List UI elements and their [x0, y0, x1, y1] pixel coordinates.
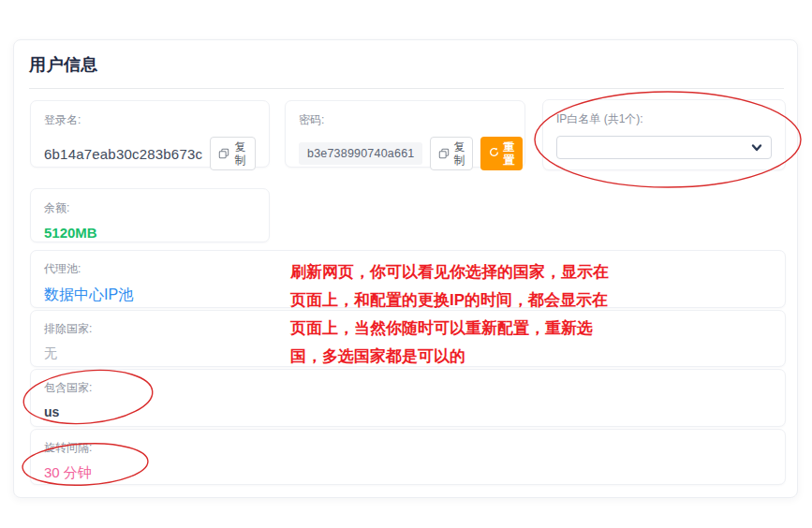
page-title: 用户信息	[29, 53, 98, 76]
reset-password-button[interactable]: 重置	[480, 137, 523, 170]
annotation-line: 页面上，和配置的更换IP的时间，都会显示在	[290, 286, 627, 315]
ip-whitelist-select[interactable]	[556, 136, 772, 159]
rotation-interval-row: 旋转间隔: 30 分钟	[30, 429, 786, 485]
annotation-line: 刷新网页，你可以看见你选择的国家，显示在	[290, 258, 627, 286]
copy-icon	[438, 148, 450, 159]
balance-value: 5120MB	[44, 225, 256, 241]
copy-password-label: 复制	[453, 140, 465, 167]
password-label: 密码:	[299, 112, 511, 128]
chevron-down-icon	[750, 141, 763, 158]
copy-password-button[interactable]: 复制	[430, 137, 473, 170]
annotation-line: 国，多选国家都是可以的	[290, 343, 627, 371]
included-countries-label: 包含国家:	[44, 380, 772, 396]
included-countries-value: us	[44, 404, 772, 419]
login-label: 登录名:	[44, 112, 256, 128]
balance-card: 余额: 5120MB	[30, 188, 270, 242]
red-annotation-text: 刷新网页，你可以看见你选择的国家，显示在 页面上，和配置的更换IP的时间，都会显…	[290, 258, 627, 371]
copy-icon	[218, 148, 229, 159]
rotation-interval-value: 30 分钟	[44, 464, 772, 482]
login-card: 登录名: 6b14a7eab30c283b673c 复制	[30, 100, 270, 168]
login-value: 6b14a7eab30c283b673c	[44, 146, 202, 162]
password-card: 密码: b3e738990740a661 复制 重置	[285, 100, 525, 168]
password-value: b3e738990740a661	[299, 142, 422, 165]
rotation-interval-label: 旋转间隔:	[44, 440, 772, 456]
annotation-line: 页面上，当然你随时可以重新配置，重新选	[290, 315, 627, 343]
copy-login-button[interactable]: 复制	[210, 137, 256, 170]
ip-whitelist-label: IP白名单 (共1个):	[556, 111, 772, 127]
ip-whitelist-card: IP白名单 (共1个):	[542, 99, 786, 170]
included-countries-row: 包含国家: us	[30, 369, 786, 427]
title-divider	[29, 88, 784, 89]
reset-password-label: 重置	[503, 140, 514, 167]
refresh-icon	[489, 147, 499, 160]
copy-login-label: 复制	[233, 140, 247, 167]
balance-label: 余额:	[44, 200, 256, 216]
